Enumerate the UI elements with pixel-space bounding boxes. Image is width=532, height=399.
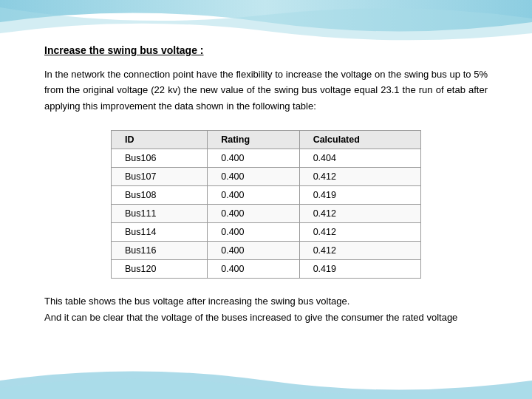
data-table-container: IDRatingCalculated Bus1060.4000.404Bus10…: [44, 130, 488, 279]
description-text: In the network the connection point have…: [44, 66, 488, 114]
table-cell: 0.419: [299, 186, 420, 205]
table-row: Bus1200.4000.419: [112, 260, 421, 279]
table-cell: 0.400: [208, 205, 299, 223]
table-row: Bus1070.4000.412: [112, 168, 421, 186]
table-cell: 0.400: [208, 242, 299, 260]
table-body: Bus1060.4000.404Bus1070.4000.412Bus1080.…: [112, 149, 421, 279]
table-cell: 0.400: [208, 260, 299, 279]
section-title: Increase the swing bus voltage :: [44, 44, 488, 56]
table-header-cell: ID: [112, 131, 208, 149]
table-cell: 0.400: [208, 186, 299, 205]
voltage-table: IDRatingCalculated Bus1060.4000.404Bus10…: [111, 130, 421, 279]
table-row: Bus1080.4000.419: [112, 186, 421, 205]
table-cell: 0.412: [299, 168, 420, 186]
table-cell: 0.412: [299, 242, 420, 260]
table-cell: 0.400: [208, 149, 299, 168]
table-cell: 0.412: [299, 223, 420, 242]
table-cell: Bus106: [112, 149, 208, 168]
table-cell: Bus107: [112, 168, 208, 186]
table-header-cell: Rating: [208, 131, 299, 149]
table-cell: Bus111: [112, 205, 208, 223]
table-cell: 0.419: [299, 260, 420, 279]
table-cell: Bus108: [112, 186, 208, 205]
table-row: Bus1060.4000.404: [112, 149, 421, 168]
table-cell: 0.400: [208, 223, 299, 242]
table-cell: Bus114: [112, 223, 208, 242]
table-cell: 0.412: [299, 205, 420, 223]
footer-text: This table shows the bus voltage after i…: [44, 293, 488, 325]
table-row: Bus1110.4000.412: [112, 205, 421, 223]
table-cell: 0.400: [208, 168, 299, 186]
table-cell: Bus116: [112, 242, 208, 260]
table-cell: Bus120: [112, 260, 208, 279]
table-row: Bus1160.4000.412: [112, 242, 421, 260]
table-cell: 0.404: [299, 149, 420, 168]
table-header-cell: Calculated: [299, 131, 420, 149]
table-header-row: IDRatingCalculated: [112, 131, 421, 149]
table-row: Bus1140.4000.412: [112, 223, 421, 242]
